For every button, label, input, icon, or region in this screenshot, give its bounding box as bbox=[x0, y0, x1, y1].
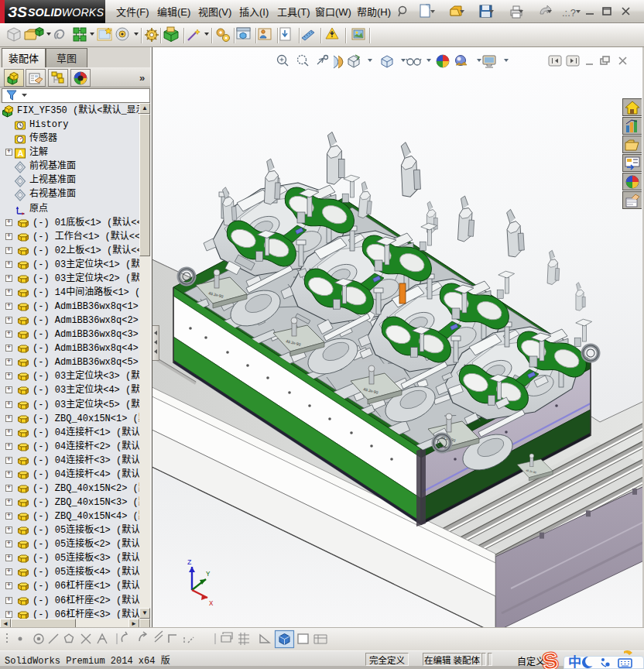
svg-text:.:.?: .:.? bbox=[562, 7, 576, 19]
svg-text:ЗS: ЗS bbox=[8, 4, 27, 20]
svg-text:Y: Y bbox=[206, 571, 211, 578]
svg-text:Z: Z bbox=[187, 559, 192, 567]
svg-text:S: S bbox=[542, 649, 560, 669]
svg-text:X: X bbox=[209, 600, 214, 608]
svg-text:SOLIDWORKS: SOLIDWORKS bbox=[28, 6, 104, 19]
svg-text:A: A bbox=[18, 149, 24, 158]
svg-text:中: 中 bbox=[568, 651, 581, 669]
